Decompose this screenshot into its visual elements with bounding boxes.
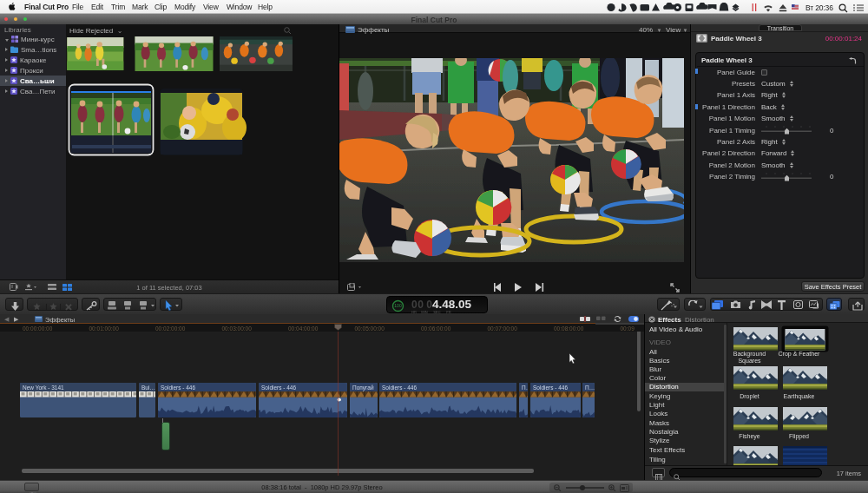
svg-text:100: 100 [394,303,402,308]
svg-text:П…: П… [522,385,528,391]
svg-text:Soldiers - 446: Soldiers - 446 [533,385,568,391]
svg-text:Soldiers - 446: Soldiers - 446 [382,385,417,391]
svg-text:Попугай: Попугай [352,385,374,391]
svg-text:New York - 3141: New York - 3141 [23,385,64,391]
svg-text:П…: П… [585,385,595,391]
svg-text:Soldiers - 446: Soldiers - 446 [161,385,195,391]
svg-text:Soldiers - 446: Soldiers - 446 [261,385,296,391]
svg-text:Bui…: Bui… [141,385,155,391]
